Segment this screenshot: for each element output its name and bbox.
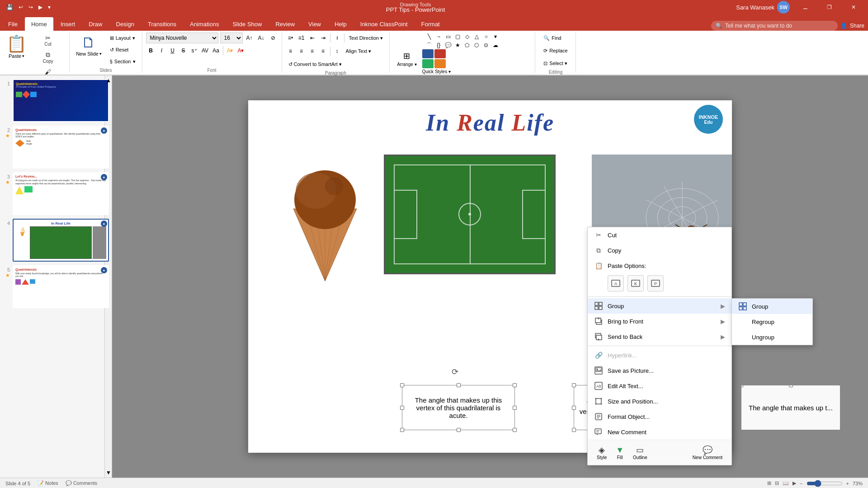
redo-button[interactable]: ↪ — [27, 3, 35, 11]
sub-regroup[interactable]: Regroup — [732, 314, 812, 329]
ctx-bring-to-front[interactable]: Bring to Front ▶ — [588, 314, 731, 329]
highlight-color-button[interactable]: A▾ — [225, 46, 235, 56]
new-slide-button[interactable]: 🗋 New Slide▾ — [73, 33, 104, 58]
panel-scroll-up[interactable]: ▲ — [105, 77, 112, 84]
view-grid[interactable]: ⊟ — [775, 480, 779, 486]
decrease-font-button[interactable]: A↓ — [256, 33, 266, 43]
font-color-button[interactable]: A▾ — [236, 46, 246, 56]
ctx-send-to-back[interactable]: Send to Back ▶ — [588, 329, 731, 344]
shape-diamond[interactable]: ◇ — [462, 33, 472, 41]
strikethrough-button[interactable]: S — [179, 46, 189, 56]
zoom-slider[interactable] — [807, 480, 843, 487]
ctx-tool-fill[interactable]: ▼ Fill — [612, 444, 627, 461]
ctx-tool-style[interactable]: ◈ Style — [593, 444, 610, 461]
text-shadow-button[interactable]: s⁺ — [189, 46, 199, 56]
shape-more[interactable]: ▾ — [491, 33, 500, 41]
tab-insert[interactable]: Insert — [54, 17, 82, 31]
paste-opt-picture[interactable]: P — [647, 275, 664, 291]
shape-callout[interactable]: 💬 — [443, 41, 453, 49]
bullets-button[interactable]: ≡• — [286, 33, 296, 43]
slide-item-4[interactable]: 4 ● In Real Life 🍦 — [3, 219, 109, 262]
handle-tl-1[interactable] — [400, 383, 404, 387]
shape-star[interactable]: ★ — [453, 41, 462, 49]
view-slideshow[interactable]: ▶ — [793, 480, 796, 486]
align-center-button[interactable]: ≡ — [297, 46, 307, 56]
zoom-in-button[interactable]: + — [846, 481, 849, 486]
shape-triangle[interactable]: △ — [472, 33, 481, 41]
copy-button[interactable]: ⧉Copy — [30, 49, 66, 66]
panel-scroll-down[interactable]: ▼ — [105, 469, 112, 476]
paste-opt-keep-source[interactable]: A — [608, 275, 624, 291]
slide-item-2[interactable]: 2★ ● Quadrilaterals There are many diffe… — [3, 126, 109, 169]
bold-button[interactable]: B — [146, 46, 156, 56]
columns-button[interactable]: ⫲ — [332, 33, 342, 43]
more-tools-button[interactable]: ▾ — [46, 3, 52, 11]
handle-ml-1[interactable] — [400, 406, 404, 410]
ctx-edit-alt-text[interactable]: Alt Edit Alt Text... — [588, 378, 731, 394]
handle-mr-1[interactable] — [513, 406, 517, 410]
slide-thumb-5[interactable]: ● Quadrilaterals With your newly found k… — [13, 265, 109, 308]
cut-button[interactable]: ✂Cut — [30, 33, 66, 48]
section-button[interactable]: § Section▾ — [107, 56, 138, 67]
close-button[interactable]: ✕ — [843, 0, 863, 14]
rotate-icon-1[interactable]: ⟳ — [452, 367, 458, 377]
qs-item-3[interactable] — [422, 59, 434, 68]
view-reading[interactable]: 📖 — [783, 480, 789, 486]
increase-font-button[interactable]: A↑ — [245, 33, 255, 43]
undo-button[interactable]: ↩ — [17, 3, 25, 11]
slide-item-5[interactable]: 5★ ● Quadrilaterals With your newly foun… — [3, 265, 109, 308]
ctx-tool-new-comment[interactable]: 💬 New Comment — [689, 444, 726, 461]
handle-bl-1[interactable] — [400, 428, 404, 432]
quick-access-toolbar[interactable]: 💾 ↩ ↪ ▶ ▾ — [5, 3, 52, 11]
handle-tr-1[interactable] — [513, 383, 517, 387]
maximize-button[interactable]: ❐ — [819, 0, 840, 14]
handle-bl-2[interactable] — [572, 428, 576, 432]
tab-inknoe[interactable]: Inknoe ClassPoint — [354, 17, 414, 31]
shape-pentagon[interactable]: ⬠ — [462, 41, 472, 49]
tab-format[interactable]: Format — [415, 17, 446, 31]
italic-button[interactable]: I — [157, 46, 167, 56]
change-case-button[interactable]: Aa — [211, 46, 221, 56]
clear-format-button[interactable]: ⊘ — [268, 33, 278, 43]
underline-button[interactable]: U — [168, 46, 178, 56]
ctx-group[interactable]: Group ▶ Group Regroup — [588, 298, 731, 314]
increase-indent-button[interactable]: ⇥ — [318, 33, 328, 43]
comments-button[interactable]: 💬 Comments — [66, 480, 97, 486]
numbering-button[interactable]: ≡1 — [297, 33, 307, 43]
tab-slideshow[interactable]: Slide Show — [226, 17, 268, 31]
shape-hexagon[interactable]: ⬡ — [472, 41, 481, 49]
justify-button[interactable]: ≡ — [318, 46, 328, 56]
ctx-cut[interactable]: ✂ Cut — [588, 227, 731, 243]
replace-button[interactable]: ⟳ Replace — [541, 45, 570, 56]
ctx-copy[interactable]: ⧉ Copy — [588, 243, 731, 258]
shape-curve[interactable]: ⌒ — [425, 41, 434, 49]
ctx-new-comment[interactable]: New Comment — [588, 424, 731, 440]
share-button[interactable]: 👤Share — [839, 21, 866, 31]
handle-tm-3[interactable] — [789, 385, 793, 387]
ctx-tool-outline[interactable]: ▭ Outline — [629, 444, 651, 461]
user-avatar[interactable]: SW — [777, 1, 790, 14]
slide-thumb-4[interactable]: ● In Real Life 🍦 — [13, 219, 109, 262]
qs-item-2[interactable] — [434, 49, 446, 58]
inknoe-badge[interactable]: INKNOE Edu — [694, 105, 723, 134]
tab-review[interactable]: Review — [269, 17, 301, 31]
paste-opt-use-theme[interactable]: K — [627, 275, 644, 291]
shape-rect[interactable]: ▭ — [443, 33, 453, 41]
shape-cylinder[interactable]: ⊙ — [481, 41, 491, 49]
align-text-button[interactable]: Align Text ▾ — [343, 46, 374, 56]
ribbon-search[interactable]: 🔍 Tell me what you want to do — [711, 21, 838, 31]
reset-button[interactable]: ↺ Reset — [107, 44, 138, 55]
tab-design[interactable]: Design — [110, 17, 141, 31]
shape-cloud[interactable]: ☁ — [491, 41, 500, 49]
tab-help[interactable]: Help — [328, 17, 353, 31]
decrease-indent-button[interactable]: ⇤ — [307, 33, 317, 43]
tab-draw[interactable]: Draw — [82, 17, 108, 31]
tab-file[interactable]: File — [2, 17, 24, 31]
slide-thumb-3[interactable]: ● Let's Review... All polygons are made … — [13, 172, 109, 215]
shape-line[interactable]: ╲ — [425, 33, 434, 41]
slide-thumb-2[interactable]: ● Quadrilaterals There are many differen… — [13, 126, 109, 169]
line-spacing-button[interactable]: ↕ — [332, 46, 342, 56]
present-button[interactable]: ▶ — [37, 3, 44, 11]
tab-home[interactable]: Home — [25, 17, 53, 31]
handle-tl-3[interactable] — [741, 385, 743, 387]
